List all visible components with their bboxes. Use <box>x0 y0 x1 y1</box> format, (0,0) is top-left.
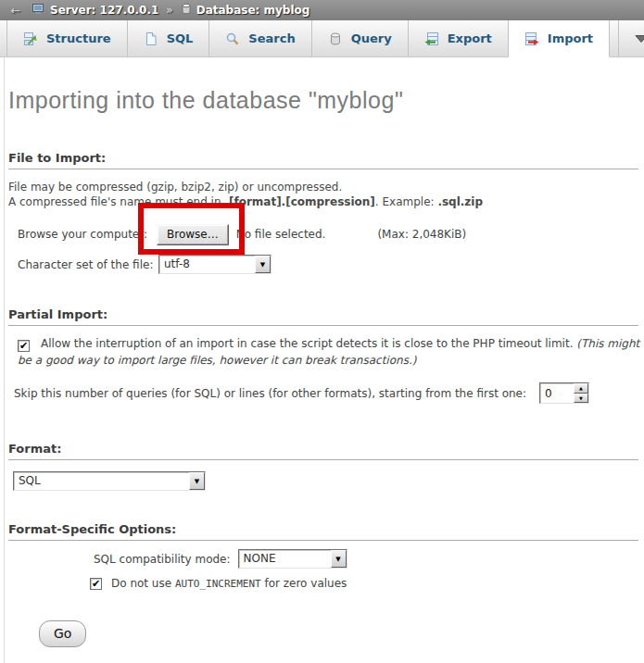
tab-label: SQL <box>167 31 194 45</box>
page-title: Importing into the database "myblog" <box>8 57 638 114</box>
help-line-2: A compressed file's name must end in .[f… <box>8 195 638 210</box>
format-selected-value: SQL <box>14 472 189 490</box>
file-compression-help: File may be compressed (gzip, bzip2, zip… <box>8 181 638 209</box>
tab-query[interactable]: Query <box>312 20 409 56</box>
import-page: Importing into the database "myblog" Fil… <box>4 57 644 663</box>
query-icon <box>328 31 343 46</box>
breadcrumb-database-label: Database: myblog <box>196 4 310 17</box>
charset-selected-value: utf-8 <box>159 256 255 273</box>
skip-queries-value: 0 <box>540 383 574 403</box>
sql-compatibility-row: SQL compatibility mode: NONE ▼ <box>94 549 638 569</box>
no-file-selected-text: No file selected. <box>236 228 326 241</box>
auto-increment-text: Do not use AUTO_INCREMENT for zero value… <box>111 577 347 590</box>
tab-label: Export <box>448 31 492 45</box>
browse-label: Browse your computer: <box>18 228 157 241</box>
tab-label: Search <box>248 31 295 45</box>
browse-button[interactable]: Browse… <box>157 224 229 245</box>
tab-bar: Structure SQL Search Query <box>0 20 644 57</box>
tab-export[interactable]: Export <box>409 20 509 56</box>
server-icon <box>32 3 45 18</box>
breadcrumb-server[interactable]: Server: 127.0.0.1 <box>32 3 158 18</box>
allow-interruption-checkbox[interactable]: ✔ <box>18 340 30 352</box>
charset-row: Character set of the file: utf-8 ▼ <box>18 255 638 274</box>
search-icon <box>225 31 240 46</box>
tab-label: Query <box>351 31 392 45</box>
allow-interruption-row: ✔Allow the interruption of an import in … <box>18 336 644 369</box>
skip-queries-row: Skip this number of queries (for SQL) or… <box>14 382 638 404</box>
breadcrumb-separator: » <box>164 4 174 17</box>
structure-icon <box>23 31 38 46</box>
breadcrumb-database[interactable]: Database: myblog <box>181 3 310 18</box>
file-upload-row: Browse your computer: Browse… No file se… <box>18 223 638 245</box>
section-title-format: Format: <box>8 442 638 460</box>
section-title-file-to-import: File to Import: <box>8 151 638 169</box>
max-upload-size: (Max: 2,048KiB) <box>377 228 466 241</box>
charset-select[interactable]: utf-8 ▼ <box>158 255 271 274</box>
sql-compatibility-value: NONE <box>239 550 331 568</box>
chevron-down-icon[interactable]: ▼ <box>331 550 347 568</box>
section-title-format-specific-options: Format-Specific Options: <box>8 522 638 541</box>
skip-queries-label: Skip this number of queries (for SQL) or… <box>14 387 526 400</box>
breadcrumb-bar: ← Server: 127.0.0.1 » Database: myblog <box>0 0 644 20</box>
back-arrow-icon[interactable]: ← <box>6 4 26 18</box>
section-title-partial-import: Partial Import: <box>8 307 638 326</box>
allow-interruption-text: Allow the interruption of an import in c… <box>41 337 576 350</box>
stepper-up-icon[interactable]: ▲ <box>574 383 588 394</box>
sql-icon <box>144 31 158 46</box>
tab-import[interactable]: Import <box>509 20 610 57</box>
tab-structure[interactable]: Structure <box>6 20 128 56</box>
export-icon <box>424 31 439 46</box>
help-line-1: File may be compressed (gzip, bzip2, zip… <box>8 181 638 195</box>
tab-more[interactable]: More <box>618 20 644 56</box>
sql-compatibility-select[interactable]: NONE ▼ <box>238 549 347 569</box>
format-select[interactable]: SQL ▼ <box>13 471 206 491</box>
skip-queries-stepper[interactable]: 0 ▲ ▼ <box>539 382 589 404</box>
import-icon <box>524 31 539 46</box>
breadcrumb-server-label: Server: 127.0.0.1 <box>50 4 158 17</box>
auto-increment-checkbox[interactable]: ✔ <box>90 578 102 590</box>
format-row: SQL ▼ <box>13 471 638 491</box>
stepper-down-icon[interactable]: ▼ <box>574 394 588 404</box>
go-button[interactable]: Go <box>39 620 86 647</box>
tab-label: Structure <box>46 31 111 45</box>
tab-label: Import <box>548 31 593 45</box>
auto-increment-row: ✔ Do not use AUTO_INCREMENT for zero val… <box>90 577 638 590</box>
charset-label: Character set of the file: <box>18 258 158 271</box>
tab-search[interactable]: Search <box>209 20 311 56</box>
tab-sql[interactable]: SQL <box>128 20 210 56</box>
sql-compatibility-label: SQL compatibility mode: <box>94 553 231 566</box>
database-icon <box>181 3 192 18</box>
stepper-buttons: ▲ ▼ <box>574 383 588 403</box>
chevron-down-icon <box>635 34 644 44</box>
chevron-down-icon[interactable]: ▼ <box>255 256 271 273</box>
chevron-down-icon[interactable]: ▼ <box>189 472 205 490</box>
